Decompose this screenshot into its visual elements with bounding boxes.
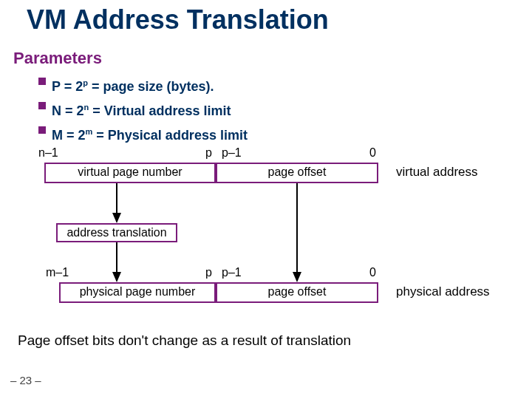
bit-label-0-2: 0 [369, 266, 376, 279]
bit-label-n-1: n–1 [38, 146, 58, 160]
bullet-icon [38, 102, 46, 109]
page-number: – 23 – [10, 374, 41, 386]
bullet-rhs: = page size (bytes). [88, 79, 214, 94]
bullet-lhs: M = 2 [52, 128, 86, 143]
virtual-address-label: virtual address [396, 165, 478, 180]
bullet-lhs: N = 2 [52, 103, 84, 118]
bullet-lhs: P = 2 [52, 79, 83, 94]
bullet-exp: p [83, 78, 88, 87]
address-translation-box: address translation [56, 223, 177, 242]
parameters-list: P = 2p = page size (bytes). N = 2n = Vir… [52, 72, 248, 146]
bullet-exp: m [86, 127, 93, 136]
physical-address-label: physical address [396, 284, 490, 299]
ppn-box: physical page number [59, 282, 216, 303]
bit-label-p-1: p–1 [222, 146, 242, 160]
bit-label-0: 0 [369, 146, 376, 160]
vpn-box: virtual page number [44, 163, 216, 183]
footer-note: Page offset bits don't change as a resul… [18, 332, 351, 349]
virtual-offset-box: page offset [216, 163, 378, 183]
physical-offset-box: page offset [216, 282, 378, 303]
bit-label-p-right-2: p [205, 266, 212, 279]
bullet-icon [38, 78, 46, 85]
parameters-heading: Parameters [13, 49, 102, 68]
bullet-item: P = 2p = page size (bytes). [52, 72, 248, 97]
bit-label-p-1-2: p–1 [222, 266, 242, 279]
bit-label-p-right: p [205, 146, 212, 160]
bullet-rhs: = Physical address limit [92, 128, 248, 143]
bit-label-m-1: m–1 [46, 266, 69, 279]
slide-title: VM Address Translation [27, 4, 329, 35]
bullet-rhs: = Virtual address limit [89, 103, 231, 118]
bullet-item: M = 2m = Physical address limit [52, 121, 248, 146]
bullet-item: N = 2n = Virtual address limit [52, 97, 248, 121]
bullet-icon [38, 126, 46, 134]
